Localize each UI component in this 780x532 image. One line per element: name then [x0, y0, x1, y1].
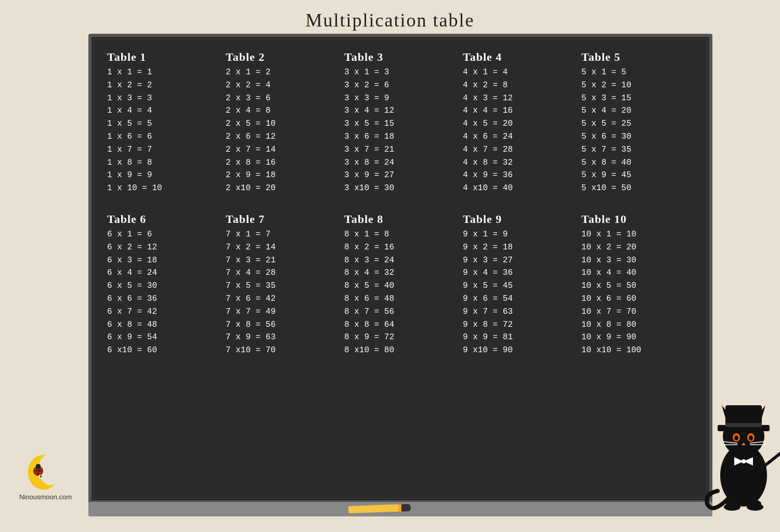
table-row: 9 x 7 = 63 [463, 305, 575, 318]
table-section-9: Table 99 x 1 = 99 x 2 = 189 x 3 = 279 x … [460, 208, 578, 360]
table-row: 4 x 2 = 8 [463, 79, 575, 92]
table-row: 1 x 5 = 5 [107, 117, 219, 130]
table-row: 7 x 5 = 35 [226, 280, 338, 292]
table-row: 4 x10 = 40 [463, 182, 575, 195]
page-title: Multiplication table [0, 0, 780, 36]
table-row: 8 x 2 = 16 [344, 241, 457, 254]
svg-point-5 [35, 470, 37, 472]
table-row: 2 x 7 = 14 [226, 143, 338, 156]
table-row: 6 x 7 = 42 [107, 305, 219, 318]
table-section-1: Table 11 x 1 = 11 x 2 = 21 x 3 = 31 x 4 … [104, 46, 223, 198]
table-title-4: Table 4 [463, 50, 575, 64]
table-row: 1 x 10 = 10 [107, 182, 219, 195]
table-row: 4 x 4 = 16 [463, 104, 575, 117]
table-row: 2 x 6 = 12 [226, 130, 338, 143]
svg-point-34 [747, 503, 763, 511]
table-row: 5 x 8 = 40 [581, 156, 694, 169]
table-row: 7 x 7 = 49 [226, 305, 338, 318]
table-row: 10 x10 = 100 [581, 344, 694, 357]
table-section-7: Table 77 x 1 = 77 x 2 = 147 x 3 = 217 x … [223, 208, 341, 360]
table-row: 4 x 1 = 4 [463, 66, 575, 79]
table-row: 6 x10 = 60 [107, 344, 219, 357]
svg-point-21 [749, 435, 753, 441]
table-row: 9 x 3 = 27 [463, 254, 575, 267]
table-row: 3 x 9 = 27 [344, 169, 457, 182]
table-row: 3 x 3 = 9 [344, 92, 457, 105]
table-row: 5 x 5 = 25 [581, 117, 694, 130]
table-row: 3 x 2 = 6 [344, 79, 457, 92]
table-row: 4 x 5 = 20 [463, 117, 575, 130]
table-row: 6 x 6 = 36 [107, 292, 219, 305]
table-row: 5 x 3 = 15 [581, 92, 694, 105]
table-row: 9 x 8 = 72 [463, 318, 575, 331]
table-row: 1 x 1 = 1 [107, 66, 219, 79]
table-row: 2 x10 = 20 [226, 182, 338, 195]
table-row: 4 x 7 = 28 [463, 143, 575, 156]
tables-bottom-row: Table 66 x 1 = 66 x 2 = 126 x 3 = 186 x … [104, 208, 697, 360]
table-section-10: Table 1010 x 1 = 1010 x 2 = 2010 x 3 = 3… [578, 208, 697, 360]
table-row: 8 x10 = 80 [344, 344, 457, 357]
table-row: 3 x 7 = 21 [344, 143, 457, 156]
table-title-10: Table 10 [581, 212, 694, 226]
table-row: 9 x 2 = 18 [463, 241, 575, 254]
table-row: 1 x 4 = 4 [107, 104, 219, 117]
table-row: 3 x 6 = 18 [344, 130, 457, 143]
table-title-3: Table 3 [344, 50, 457, 64]
table-row: 6 x 5 = 30 [107, 280, 219, 292]
table-title-9: Table 9 [463, 212, 575, 226]
table-row: 9 x 6 = 54 [463, 292, 575, 305]
table-title-5: Table 5 [581, 50, 694, 64]
table-row: 8 x 8 = 64 [344, 318, 457, 331]
table-row: 8 x 3 = 24 [344, 254, 457, 267]
table-row: 1 x 9 = 9 [107, 169, 219, 182]
table-row: 8 x 5 = 40 [344, 280, 457, 292]
table-row: 6 x 1 = 6 [107, 228, 219, 241]
table-section-4: Table 44 x 1 = 44 x 2 = 84 x 3 = 124 x 4… [460, 46, 578, 198]
table-row: 2 x 2 = 4 [226, 79, 338, 92]
table-title-2: Table 2 [226, 50, 338, 64]
table-row: 7 x 9 = 63 [226, 331, 338, 344]
table-row: 1 x 3 = 3 [107, 92, 219, 105]
table-row: 3 x 8 = 24 [344, 156, 457, 169]
table-row: 8 x 1 = 8 [344, 228, 457, 241]
table-row: 5 x 1 = 5 [581, 66, 694, 79]
svg-point-10 [40, 475, 42, 477]
table-row: 6 x 2 = 12 [107, 241, 219, 254]
svg-point-20 [734, 435, 738, 441]
table-row: 8 x 6 = 48 [344, 292, 457, 305]
table-row: 5 x 6 = 30 [581, 130, 694, 143]
table-row: 6 x 8 = 48 [107, 318, 219, 331]
table-row: 8 x 9 = 72 [344, 331, 457, 344]
table-row: 2 x 9 = 18 [226, 169, 338, 182]
cat-figure [702, 395, 775, 516]
table-row: 1 x 8 = 8 [107, 156, 219, 169]
table-row: 10 x 1 = 10 [581, 228, 694, 241]
blackboard: Table 11 x 1 = 11 x 2 = 21 x 3 = 31 x 4 … [88, 34, 712, 503]
table-row: 7 x 6 = 42 [226, 292, 338, 305]
table-title-1: Table 1 [107, 50, 219, 64]
table-row: 10 x 2 = 20 [581, 241, 694, 254]
svg-point-6 [38, 470, 41, 472]
table-section-8: Table 88 x 1 = 88 x 2 = 168 x 3 = 248 x … [341, 208, 460, 360]
table-row: 9 x 5 = 45 [463, 280, 575, 292]
table-section-2: Table 22 x 1 = 22 x 2 = 42 x 3 = 62 x 4 … [223, 46, 341, 198]
tables-top-row: Table 11 x 1 = 11 x 2 = 21 x 3 = 31 x 4 … [104, 46, 697, 208]
table-row: 7 x 1 = 7 [226, 228, 338, 241]
logo-text: Ninousmoon.com [5, 493, 86, 501]
table-row: 9 x 4 = 36 [463, 267, 575, 280]
table-row: 7 x 8 = 56 [226, 318, 338, 331]
table-row: 2 x 3 = 6 [226, 92, 338, 105]
table-row: 3 x 5 = 15 [344, 117, 457, 130]
table-row: 1 x 7 = 7 [107, 143, 219, 156]
table-row: 3 x 1 = 3 [344, 66, 457, 79]
table-row: 7 x 3 = 21 [226, 254, 338, 267]
svg-rect-17 [725, 423, 762, 427]
table-row: 8 x 7 = 56 [344, 305, 457, 318]
logo-area: Ninousmoon.com [5, 449, 86, 501]
table-row: 4 x 8 = 32 [463, 156, 575, 169]
table-row: 5 x10 = 50 [581, 182, 694, 195]
table-row: 9 x 9 = 81 [463, 331, 575, 344]
table-row: 1 x 6 = 6 [107, 130, 219, 143]
cat-icon [702, 395, 780, 514]
table-row: 5 x 7 = 35 [581, 143, 694, 156]
